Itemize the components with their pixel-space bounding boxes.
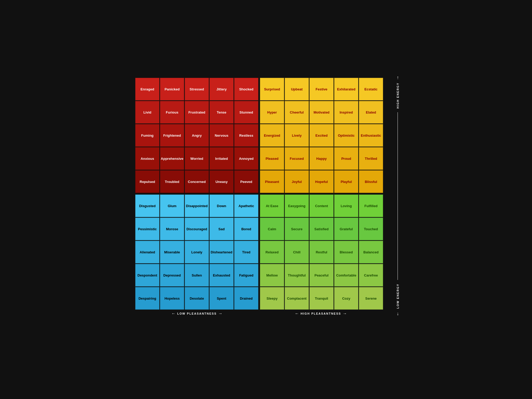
emotion-cell: Fatigued [234,264,258,287]
emotion-cell: Nervous [209,124,234,147]
high-energy-label: HIGH ENERGY [396,83,399,109]
emotion-cell: Drained [234,287,258,310]
low-pleasantness-label: LOW PLEASANTNESS [177,312,217,315]
high-pleasantness-right-arrow: → [343,311,347,316]
emotion-cell: Stunned [234,101,258,124]
emotion-cell: Disheartened [209,241,234,263]
emotion-cell: Enraged [135,78,159,100]
emotion-cell: Cheerful [285,101,309,124]
emotion-cell: Lonely [185,241,209,263]
emotion-cell: Inspired [334,101,358,124]
emotion-cell: Festive [309,78,334,100]
emotion-cell: Cozy [334,287,358,310]
emotion-cell: Relaxed [260,241,284,263]
emotion-cell: Miserable [160,241,184,263]
emotion-cell: Restless [234,124,258,147]
emotion-cell: Apprehensive [160,147,184,170]
emotion-cell: Livid [135,101,159,124]
emotion-cell: Focused [285,147,309,170]
emotion-cell: Stressed [185,78,209,100]
emotion-cell: Alienated [135,241,159,263]
bottom-axis: ← LOW PLEASANTNESS → ← HIGH PLEASANTNESS… [135,311,383,316]
emotion-cell: Happy [309,147,334,170]
emotion-cell: Satisfied [309,218,334,240]
emotion-cell: Anxious [135,147,159,170]
emotion-cell: Angry [185,124,209,147]
emotion-cell: Touched [359,218,383,240]
emotion-cell: Worried [185,147,209,170]
emotion-cell: Elated [359,101,383,124]
emotion-cell: Joyful [285,170,309,193]
emotion-cell: Proud [334,147,358,170]
chart-wrapper: ↑ HIGH ENERGY LOW ENERGY ↓ EnragedPanick… [133,75,399,324]
quadrant-top-left: EnragedPanickedStressedJitteryShockedLiv… [135,78,258,193]
emotion-cell: Jittery [209,78,234,100]
emotion-cell: Grateful [334,218,358,240]
emotion-cell: Blessed [334,241,358,263]
emotion-cell: Spent [209,287,234,310]
emotion-cell: Pleased [260,147,284,170]
low-energy-arrow: ↓ [397,311,399,316]
emotion-cell: Tired [234,241,258,263]
emotion-cell: At Ease [260,195,284,217]
quadrant-top-right: SurprisedUpbeatFestiveExhilaratedEcstati… [260,78,383,193]
emotion-cell: Comfortable [334,264,358,287]
high-energy-arrow: ↑ [397,75,399,80]
emotion-cell: Glum [160,195,184,217]
emotion-cell: Despondent [135,264,159,287]
emotion-cell: Easygoing [285,195,309,217]
emotion-cell: Apathetic [234,195,258,217]
emotion-cell: Sad [209,218,234,240]
emotion-cell: Thrilled [359,147,383,170]
emotion-cell: Enthusiastic [359,124,383,147]
low-pleasantness-left-arrow: ← [172,311,176,316]
emotion-cell: Frightened [160,124,184,147]
emotion-cell: Hyper [260,101,284,124]
emotion-cell: Pessimistic [135,218,159,240]
low-pleasantness-right-arrow: → [218,311,223,316]
emotion-cell: Thoughtful [285,264,309,287]
emotion-cell: Optimistic [334,124,358,147]
emotion-cell: Peaceful [309,264,334,287]
emotion-cell: Bored [234,218,258,240]
quadrant-bottom-right: At EaseEasygoingContentLovingFulfilledCa… [260,195,383,310]
emotion-cell: Discouraged [185,218,209,240]
emotion-cell: Annoyed [234,147,258,170]
emotion-grid: EnragedPanickedStressedJitteryShockedLiv… [135,78,383,310]
emotion-cell: Complacent [285,287,309,310]
emotion-cell: Panicked [160,78,184,100]
emotion-cell: Disgusted [135,195,159,217]
emotion-cell: Peeved [234,170,258,193]
emotion-cell: Hopeless [160,287,184,310]
emotion-cell: Tense [209,101,234,124]
emotion-cell: Furious [160,101,184,124]
emotion-cell: Secure [285,218,309,240]
high-pleasantness-left-arrow: ← [295,311,299,316]
emotion-cell: Playful [334,170,358,193]
emotion-cell: Serene [359,287,383,310]
emotion-cell: Mellow [260,264,284,287]
emotion-cell: Fulfilled [359,195,383,217]
emotion-cell: Calm [260,218,284,240]
emotion-cell: Surprised [260,78,284,100]
emotion-cell: Pleasant [260,170,284,193]
emotion-cell: Fuming [135,124,159,147]
emotion-cell: Motivated [309,101,334,124]
emotion-cell: Down [209,195,234,217]
quadrant-bottom-left: DisgustedGlumDisappointedDownApatheticPe… [135,195,258,310]
emotion-cell: Uneasy [209,170,234,193]
low-energy-label: LOW ENERGY [396,284,399,309]
emotion-cell: Ecstatic [359,78,383,100]
emotion-cell: Energized [260,124,284,147]
emotion-cell: Depressed [160,264,184,287]
emotion-cell: Carefree [359,264,383,287]
emotion-cell: Sullen [185,264,209,287]
emotion-cell: Frustrated [185,101,209,124]
emotion-cell: Repulsed [135,170,159,193]
emotion-cell: Sleepy [260,287,284,310]
emotion-cell: Tranquil [309,287,334,310]
emotion-cell: Excited [309,124,334,147]
emotion-cell: Disappointed [185,195,209,217]
emotion-cell: Loving [334,195,358,217]
emotion-cell: Content [309,195,334,217]
